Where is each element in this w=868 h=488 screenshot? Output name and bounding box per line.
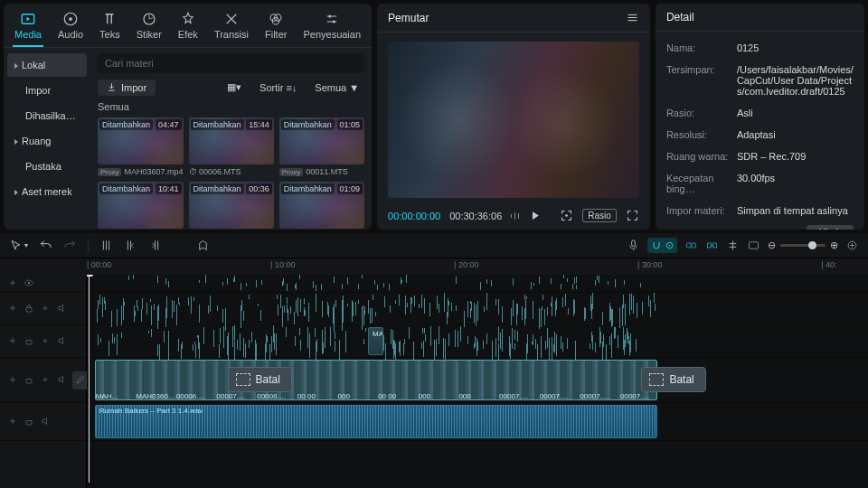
link-toggle[interactable]: [684, 239, 698, 252]
track-lock-icon[interactable]: [24, 303, 34, 315]
svg-rect-15: [750, 242, 759, 249]
redo-button[interactable]: [63, 239, 77, 252]
detail-row: Resolusi:Adaptasi: [666, 124, 854, 145]
sidebar-item-impor[interactable]: Impor: [7, 79, 87, 102]
zoom-slider[interactable]: [780, 244, 826, 247]
search-input[interactable]: Cari materi: [98, 53, 364, 73]
svg-point-2: [69, 17, 72, 21]
zoom-out-icon[interactable]: ⊖: [768, 239, 776, 251]
library-main: Cari materi Impor ▦▾ Sortir ≡↓ Semua ▼ S…: [90, 48, 372, 230]
track-mute-icon[interactable]: [56, 335, 67, 348]
detail-row: Nama:0125: [666, 37, 854, 59]
player-menu-icon[interactable]: [626, 11, 639, 24]
svg-rect-12: [692, 243, 695, 248]
track-visibility-icon[interactable]: [40, 303, 51, 315]
tab-filter[interactable]: Filter: [263, 9, 288, 47]
preview-viewport[interactable]: [388, 42, 639, 198]
zoom-in-icon[interactable]: ⊕: [830, 239, 838, 251]
audio-track[interactable]: Rumah Baikers – Part 3 1.4.wav: [87, 403, 868, 441]
batal-button-2[interactable]: Batal: [641, 367, 705, 392]
video-track-2[interactable]: MA: [87, 325, 868, 358]
track-add-icon[interactable]: [7, 303, 18, 315]
play-button[interactable]: [528, 209, 542, 222]
track-lock-icon[interactable]: [24, 374, 34, 387]
clip-thumb[interactable]: Ditambahkan04:47ProxyMAH03607.mp4: [98, 117, 184, 176]
svg-rect-11: [687, 243, 691, 248]
change-button[interactable]: Ubah: [807, 225, 854, 230]
track-add-icon[interactable]: [7, 277, 18, 290]
sidebar-item-lokal[interactable]: Lokal: [7, 53, 87, 77]
sidebar-item-aset[interactable]: Aset merek: [7, 180, 87, 203]
track-add-icon[interactable]: [7, 416, 18, 428]
tab-effect[interactable]: Efek: [176, 9, 200, 47]
clip-thumb[interactable]: Ditambahkan00:36: [189, 182, 274, 230]
marker-track[interactable]: [87, 275, 868, 293]
transition-icon: [223, 11, 240, 27]
detail-row: Tersimpan:/Users/faisalakbar/Movies/CapC…: [666, 59, 854, 102]
snap-toggle[interactable]: [705, 239, 719, 252]
filter-icon: ▼: [349, 82, 359, 93]
track-lock-icon[interactable]: [24, 335, 34, 348]
split-left-tool[interactable]: [124, 239, 137, 252]
clip-thumb[interactable]: Ditambahkan01:05Proxy00011.MTS: [279, 117, 364, 176]
tracks-body[interactable]: MA MAH…MAH0360…00006.…00007.…00008.…00 0…: [87, 275, 868, 488]
track-visibility-icon[interactable]: [40, 374, 51, 387]
ratio-button[interactable]: Rasio: [582, 209, 617, 222]
playhead[interactable]: [89, 275, 90, 483]
svg-point-9: [566, 214, 569, 217]
track-visibility-icon[interactable]: [40, 335, 51, 348]
effect-icon: [180, 11, 196, 27]
track-lock-icon[interactable]: [24, 416, 34, 428]
import-button[interactable]: Impor: [98, 80, 156, 96]
detail-row: Ruang warna:SDR – Rec.709: [666, 145, 854, 167]
split-right-tool[interactable]: [148, 239, 162, 252]
audio-meter-icon: [511, 211, 519, 221]
tab-text[interactable]: Teks: [98, 9, 122, 47]
player-panel: Pemutar 00:00:00:00 00:30:36:06 Rasio: [377, 4, 650, 230]
sidebar-item-generated[interactable]: Dihasilkan …: [7, 104, 87, 127]
sidebar-item-pustaka[interactable]: Pustaka: [7, 155, 87, 178]
undo-button[interactable]: [39, 239, 52, 252]
track-mute-icon[interactable]: [40, 416, 51, 428]
batal-button-1[interactable]: Batal: [228, 367, 292, 392]
zoom-control[interactable]: ⊖ ⊕: [768, 239, 838, 251]
chevron-right-icon: [14, 139, 18, 145]
sort-button[interactable]: Sortir ≡↓: [254, 79, 302, 96]
magnet-toggle[interactable]: ⊙: [647, 238, 677, 253]
focus-icon[interactable]: [560, 209, 573, 222]
tab-sticker[interactable]: Stiker: [135, 9, 164, 47]
track-add-icon[interactable]: [7, 335, 18, 348]
tab-adjust[interactable]: Penyesuaian: [301, 9, 363, 47]
sidebar-item-ruang[interactable]: Ruang: [7, 129, 87, 153]
detail-title: Detail: [666, 11, 694, 23]
track-mute-icon[interactable]: [56, 303, 67, 315]
filter-button[interactable]: Semua ▼: [309, 79, 364, 96]
svg-point-8: [333, 21, 335, 23]
chevron-right-icon: [14, 63, 18, 69]
mic-button[interactable]: [627, 239, 640, 252]
tab-audio[interactable]: Audio: [56, 9, 85, 47]
clip-thumb[interactable]: Ditambahkan15:44⏱ 00006.MTS: [189, 117, 274, 176]
preview-toggle[interactable]: [747, 239, 760, 252]
track-visibility-icon[interactable]: [24, 277, 34, 290]
track-mute-icon[interactable]: [56, 374, 67, 387]
track-headers: [0, 275, 87, 488]
clip-thumb[interactable]: Ditambahkan01:09: [279, 182, 364, 230]
timeline-ruler[interactable]: | 00:00| 10:00| 20:00| 30:00| 40:: [87, 258, 868, 275]
pointer-tool[interactable]: ▾: [9, 239, 28, 252]
svg-rect-14: [713, 243, 717, 248]
tab-media[interactable]: Media: [13, 9, 43, 47]
video-track-3[interactable]: [87, 293, 868, 325]
view-mode-button[interactable]: ▦▾: [222, 79, 247, 96]
split-tool[interactable]: [99, 239, 113, 252]
main-video-track[interactable]: MAH…MAH0360…00006.…00007.…00008.…00 0000…: [87, 358, 868, 403]
zoom-fit-icon[interactable]: [845, 239, 859, 252]
svg-point-7: [328, 15, 331, 18]
clip-thumb[interactable]: Ditambahkan10:41: [98, 182, 184, 230]
tab-transition[interactable]: Transisi: [212, 9, 250, 47]
track-add-icon[interactable]: [7, 374, 18, 387]
marker-tool[interactable]: [196, 239, 210, 252]
align-button[interactable]: [726, 239, 740, 252]
fullscreen-icon[interactable]: [626, 209, 639, 222]
timecode-current: 00:00:00:00: [388, 211, 440, 221]
